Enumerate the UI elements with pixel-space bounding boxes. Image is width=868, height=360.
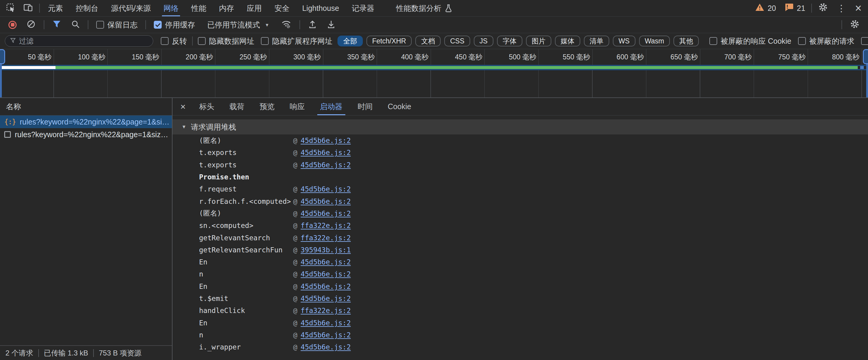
source-location-link[interactable]: 45d5b6e.js:2 (301, 319, 351, 327)
resource-type-chip[interactable]: Wasm (639, 36, 670, 46)
source-location-link[interactable]: ffa322e.js:2 (301, 307, 351, 315)
source-location-link[interactable]: 45d5b6e.js:2 (301, 270, 351, 278)
source-location-link[interactable]: 45d5b6e.js:2 (301, 209, 351, 218)
source-location-link[interactable]: 45d5b6e.js:2 (301, 197, 351, 205)
settings-button[interactable] (814, 0, 832, 16)
name-column-header[interactable]: 名称 (0, 98, 172, 116)
network-settings-button[interactable] (846, 19, 863, 30)
blocked-cookies-checkbox[interactable]: 被屏蔽的响应 Cookie (706, 36, 795, 46)
tab-performance[interactable]: 性能 (185, 0, 213, 16)
source-location-link[interactable]: 45d5b6e.js:2 (301, 137, 351, 144)
throttling-value: 已停用节流模式 (207, 20, 260, 30)
source-location-link[interactable]: 45d5b6e.js:2 (301, 185, 351, 193)
ruler-tick-label: 600 毫秒 (617, 53, 644, 62)
tab-memory[interactable]: 内存 (213, 0, 240, 16)
main-tabbar: 元素 控制台 源代码/来源 网络 性能 内存 应用 安全 Lighthouse … (0, 0, 868, 17)
source-location-link[interactable]: 45d5b6e.js:2 (301, 283, 351, 290)
tab-label: 标头 (199, 102, 214, 111)
inspect-element-button[interactable] (2, 0, 19, 16)
import-har-button[interactable] (304, 20, 320, 30)
source-location-link[interactable]: ffa322e.js:2 (301, 222, 351, 229)
resource-type-chip[interactable]: 媒体 (555, 36, 580, 46)
tab-application[interactable]: 应用 (240, 0, 268, 16)
tab-timing[interactable]: 时间 (350, 98, 380, 115)
tab-security[interactable]: 安全 (268, 0, 296, 16)
source-location-link[interactable]: 45d5b6e.js:2 (301, 161, 351, 169)
source-location-link[interactable]: 45d5b6e.js:2 (301, 258, 351, 266)
filter-input[interactable] (19, 37, 148, 45)
call-stack-section-header[interactable]: ▼ 请求调用堆栈 (173, 120, 868, 134)
tab-sources[interactable]: 源代码/来源 (105, 0, 157, 16)
tab-recorder[interactable]: 记录器 (345, 0, 381, 16)
resource-type-chip[interactable]: WS (613, 36, 636, 46)
tab-response[interactable]: 响应 (282, 98, 312, 115)
tab-console[interactable]: 控制台 (69, 0, 105, 16)
ruler-tick: 650 毫秒 (646, 49, 700, 65)
frame-location: @ ffa322e.js:2 (293, 307, 868, 315)
blocked-requests-checkbox[interactable]: 被屏蔽的请求 (795, 36, 858, 46)
request-row[interactable]: rules?keyword=%22nginx%22&page=1&siz… (0, 128, 172, 141)
close-detail-button[interactable]: × (174, 98, 192, 115)
resource-type-chip[interactable]: 字体 (497, 36, 522, 46)
device-toolbar-button[interactable] (19, 0, 37, 16)
resource-type-chip[interactable]: 全部 (338, 36, 363, 46)
resource-type-chip[interactable]: 图片 (526, 36, 551, 46)
tab-elements[interactable]: 元素 (42, 0, 69, 16)
third-party-checkbox[interactable]: 第三方请求 (858, 36, 868, 46)
gear-icon (850, 19, 860, 30)
throttling-dropdown[interactable]: 已停用节流模式 ▼ (201, 20, 275, 30)
tab-headers[interactable]: 标头 (192, 98, 222, 115)
export-har-button[interactable] (323, 20, 339, 30)
clear-button[interactable] (23, 19, 39, 30)
filter-toggle-button[interactable] (49, 20, 65, 30)
search-button[interactable] (67, 20, 84, 30)
source-location-link[interactable]: 45d5b6e.js:2 (301, 295, 351, 302)
tab-label: 控制台 (76, 3, 98, 13)
resource-type-chip[interactable]: Fetch/XHR (367, 36, 412, 46)
overview-left-handle[interactable] (0, 49, 2, 97)
kebab-icon: ⋮ (837, 3, 846, 13)
source-location-link[interactable]: 395943b.js:1 (301, 246, 351, 254)
preserve-log-checkbox[interactable]: 保留日志 (93, 20, 141, 30)
invert-checkbox[interactable]: 反转 (157, 36, 190, 46)
tab-payload[interactable]: 载荷 (222, 98, 252, 115)
tab-performance-insights[interactable]: 性能数据分析 (390, 0, 459, 16)
warnings-badge[interactable]: 20 (755, 3, 776, 13)
tab-preview[interactable]: 预览 (252, 98, 282, 115)
source-location-link[interactable]: 45d5b6e.js:2 (301, 331, 351, 339)
more-options-button[interactable]: ⋮ (832, 0, 850, 16)
overview-right-handle[interactable] (866, 49, 868, 97)
source-location-link[interactable]: 45d5b6e.js:2 (301, 343, 351, 351)
tab-network[interactable]: 网络 (157, 0, 185, 16)
at-symbol: @ (293, 258, 298, 266)
record-button[interactable] (5, 21, 20, 29)
close-devtools-button[interactable]: × (850, 0, 866, 16)
resource-type-chip[interactable]: 其他 (674, 36, 699, 46)
tab-cookies[interactable]: Cookie (380, 98, 419, 115)
resource-type-chip[interactable]: CSS (444, 36, 470, 46)
request-row[interactable]: {:} rules?keyword=%22nginx%22&page=1&siz… (0, 116, 172, 128)
source-location-link[interactable]: 45d5b6e.js:2 (301, 149, 351, 157)
network-overview[interactable]: 50 毫秒 100 毫秒 150 毫秒 200 毫秒 250 毫秒 300 毫秒… (0, 49, 868, 98)
overview-grid (0, 70, 868, 97)
at-symbol: @ (293, 319, 298, 327)
chip-label: WS (619, 37, 630, 45)
resource-type-chip[interactable]: 文档 (415, 36, 441, 46)
hide-extension-urls-checkbox[interactable]: 隐藏扩展程序网址 (257, 36, 336, 46)
tab-label: 应用 (247, 3, 262, 13)
chip-label: JS (479, 37, 488, 45)
issues-badge[interactable]: 21 (784, 3, 805, 13)
resource-type-chip[interactable]: 清单 (584, 36, 609, 46)
ruler-tick: 800 毫秒 (808, 49, 862, 65)
network-conditions-button[interactable] (278, 20, 295, 30)
tab-label: 记录器 (352, 3, 374, 13)
tab-initiator[interactable]: 启动器 (312, 98, 350, 115)
source-location-link[interactable]: ffa322e.js:2 (301, 234, 351, 242)
resource-type-chips: 全部 Fetch/XHR 文档 CSS JS 字体 图片 媒体 清单 WS Wa… (336, 36, 701, 46)
tab-label: Lighthouse (302, 4, 339, 13)
ruler-tick-label: 500 毫秒 (509, 53, 536, 62)
tab-lighthouse[interactable]: Lighthouse (296, 0, 345, 16)
resource-type-chip[interactable]: JS (474, 36, 493, 46)
hide-data-urls-checkbox[interactable]: 隐藏数据网址 (194, 36, 257, 46)
disable-cache-checkbox[interactable]: 停用缓存 (150, 20, 199, 30)
